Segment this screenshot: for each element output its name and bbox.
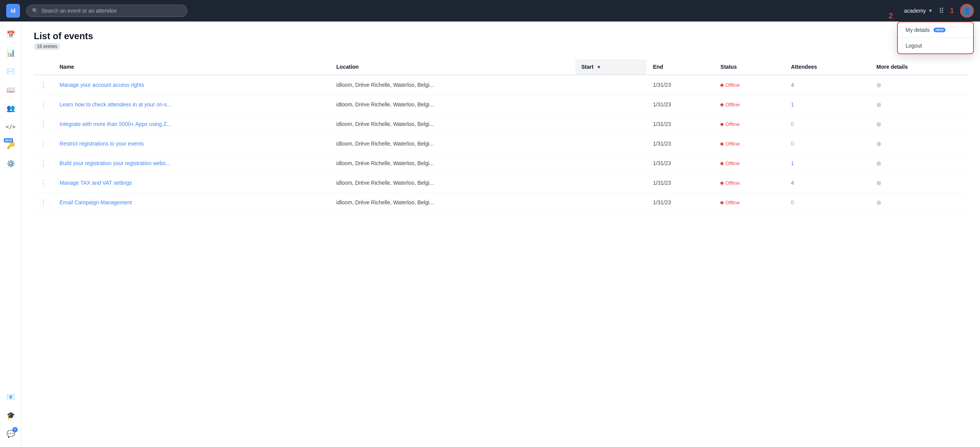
account-name: academy (904, 8, 926, 14)
sidebar-item-calendar[interactable]: 📅 (2, 26, 19, 43)
row-location-cell: idloom, Drève Richelle, Waterloo, Belgi.… (330, 134, 575, 154)
avatar-icon: 👤 (963, 7, 971, 15)
row-start-cell (575, 95, 647, 114)
status-text: Offline (725, 180, 740, 186)
row-menu-cell: ⋮ (34, 114, 53, 134)
grid-apps-icon[interactable]: ⠿ (939, 7, 944, 15)
row-attendees-cell: 1 (785, 154, 870, 173)
annotation-1: 1 (950, 7, 954, 15)
calendar-icon: 📅 (7, 30, 15, 39)
event-name-link[interactable]: Restrict registrations to your events (60, 141, 144, 147)
row-name-cell: Manage TAX and VAT settings (53, 173, 330, 193)
row-end-cell: 1/31/23 (647, 154, 714, 173)
table-row: ⋮ Manage your account access rights idlo… (34, 75, 968, 95)
more-details-icon[interactable]: ⊗ (876, 141, 881, 147)
event-name-link[interactable]: Build your registration your registratio… (60, 160, 170, 166)
row-menu-icon[interactable]: ⋮ (40, 159, 47, 167)
page-title: List of events (34, 31, 93, 41)
status-dot (720, 103, 723, 106)
event-name-link[interactable]: Learn how to check attendees in at your … (60, 101, 171, 108)
sort-icon: ▼ (597, 65, 601, 70)
th-start[interactable]: Start ▼ (575, 59, 647, 75)
attendees-value: 0 (791, 141, 794, 147)
logout-menu-item[interactable]: Logout (898, 38, 973, 53)
entries-count: 16 entries (34, 43, 60, 50)
topnav: id 🔍 Search an event or an attendee acad… (0, 0, 980, 22)
sidebar-item-analytics[interactable]: 📊 (2, 45, 19, 61)
sidebar-item-graduation[interactable]: 🎓 (2, 407, 19, 424)
status-badge: Offline (720, 141, 740, 147)
sidebar-item-key[interactable]: NEW 🔑 (2, 137, 19, 154)
status-badge: Offline (720, 180, 740, 186)
row-more-details-cell: ⊗ (870, 75, 968, 95)
event-name-link[interactable]: Manage TAX and VAT settings (60, 180, 132, 186)
account-selector[interactable]: academy ▼ (904, 8, 933, 14)
event-name-link[interactable]: Integrate with more than 5000+ Apps usin… (60, 121, 171, 127)
more-details-icon[interactable]: ⊗ (876, 101, 881, 108)
row-location-cell: idloom, Drève Richelle, Waterloo, Belgi.… (330, 114, 575, 134)
row-menu-icon[interactable]: ⋮ (40, 81, 47, 89)
row-status-cell: Offline (714, 114, 785, 134)
th-attendees: Attendees (785, 59, 870, 75)
main-content: List of events 16 entries ▼ Filter Name … (22, 22, 980, 447)
row-menu-icon[interactable]: ⋮ (40, 179, 47, 187)
row-attendees-cell: 0 (785, 193, 870, 212)
sidebar-item-code[interactable]: </> (2, 118, 19, 135)
sidebar-item-settings[interactable]: ⚙️ (2, 155, 19, 172)
row-menu-icon[interactable]: ⋮ (40, 101, 47, 108)
more-details-icon[interactable]: ⊗ (876, 82, 881, 88)
table-row: ⋮ Email Campaign Management idloom, Drèv… (34, 193, 968, 212)
sidebar-item-users[interactable]: 👥 (2, 100, 19, 117)
sidebar-item-book[interactable]: 📖 (2, 81, 19, 98)
row-menu-cell: ⋮ (34, 193, 53, 212)
more-details-icon[interactable]: ⊗ (876, 160, 881, 167)
chevron-down-icon: ▼ (928, 8, 933, 13)
attendees-value: 4 (791, 180, 794, 186)
table-body: ⋮ Manage your account access rights idlo… (34, 75, 968, 212)
row-attendees-cell: 4 (785, 173, 870, 193)
row-menu-cell: ⋮ (34, 173, 53, 193)
more-details-icon[interactable]: ⊗ (876, 180, 881, 186)
row-location-cell: idloom, Drève Richelle, Waterloo, Belgi.… (330, 75, 575, 95)
row-menu-icon[interactable]: ⋮ (40, 199, 47, 206)
more-details-icon[interactable]: ⊗ (876, 199, 881, 206)
sidebar-item-chat[interactable]: 💬 ? (2, 425, 19, 442)
my-details-menu-item[interactable]: My details NEW (898, 22, 973, 38)
row-more-details-cell: ⊗ (870, 173, 968, 193)
row-menu-icon[interactable]: ⋮ (40, 140, 47, 147)
row-status-cell: Offline (714, 154, 785, 173)
row-location-cell: idloom, Drève Richelle, Waterloo, Belgi.… (330, 95, 575, 114)
row-menu-icon[interactable]: ⋮ (40, 120, 47, 128)
logout-label: Logout (906, 43, 922, 49)
row-name-cell: Build your registration your registratio… (53, 154, 330, 173)
search-container: 🔍 Search an event or an attendee (26, 5, 187, 17)
code-icon: </> (6, 124, 15, 130)
users-icon: 👥 (7, 104, 15, 113)
attendees-value: 1 (791, 101, 794, 108)
row-location-cell: idloom, Drève Richelle, Waterloo, Belgi.… (330, 193, 575, 212)
row-end-cell: 1/31/23 (647, 75, 714, 95)
user-avatar[interactable]: 👤 (960, 4, 974, 18)
th-end: End (647, 59, 714, 75)
row-attendees-cell: 4 (785, 75, 870, 95)
th-location: Location (330, 59, 575, 75)
sidebar-item-mail2[interactable]: 📧 (2, 389, 19, 406)
attendees-value: 0 (791, 199, 794, 205)
analytics-icon: 📊 (7, 49, 15, 57)
status-text: Offline (725, 161, 740, 166)
row-status-cell: Offline (714, 134, 785, 154)
table-row: ⋮ Manage TAX and VAT settings idloom, Dr… (34, 173, 968, 193)
event-name-link[interactable]: Manage your account access rights (60, 82, 144, 88)
search-bar[interactable]: 🔍 Search an event or an attendee (26, 5, 187, 17)
event-name-link[interactable]: Email Campaign Management (60, 199, 132, 205)
status-dot (720, 162, 723, 165)
row-name-cell: Restrict registrations to your events (53, 134, 330, 154)
attendees-value: 4 (791, 82, 794, 88)
row-status-cell: Offline (714, 173, 785, 193)
status-text: Offline (725, 121, 740, 127)
status-badge: Offline (720, 82, 740, 88)
more-details-icon[interactable]: ⊗ (876, 121, 881, 127)
page-title-section: List of events 16 entries (34, 31, 93, 50)
sidebar-item-email[interactable]: ✉️ (2, 63, 19, 80)
row-start-cell (575, 134, 647, 154)
